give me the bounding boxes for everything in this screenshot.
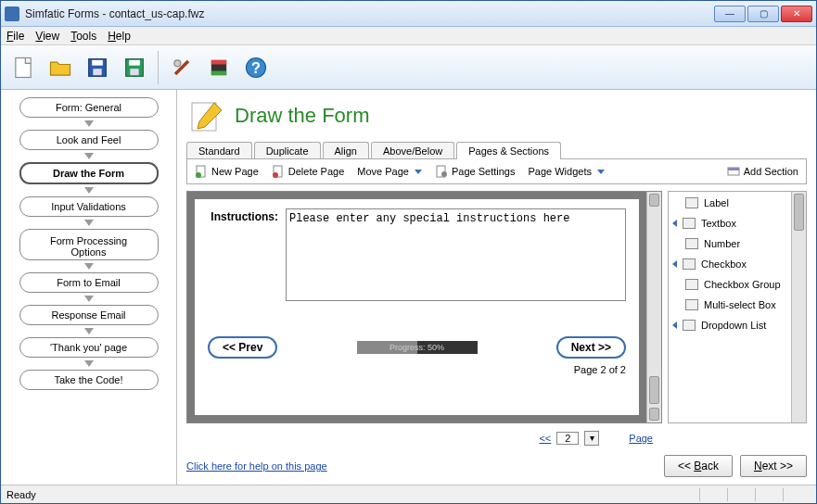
app-window: Simfatic Forms - contact_us-cap.fwz — ▢ … xyxy=(0,0,817,504)
menu-view[interactable]: View xyxy=(35,30,59,43)
pager-page-input[interactable] xyxy=(556,432,579,445)
window-title: Simfatic Forms - contact_us-cap.fwz xyxy=(25,7,714,20)
svg-point-17 xyxy=(273,172,278,178)
close-button[interactable]: ✕ xyxy=(781,6,812,22)
step-form-to-email[interactable]: Form to Email xyxy=(19,272,159,293)
number-icon xyxy=(685,238,698,249)
maximize-button[interactable]: ▢ xyxy=(747,6,779,22)
new-page-button[interactable]: New Page xyxy=(195,165,259,178)
svg-rect-9 xyxy=(211,59,226,64)
page-settings-button[interactable]: Page Settings xyxy=(435,165,516,178)
palette-label[interactable]: Label xyxy=(672,197,787,208)
svg-rect-5 xyxy=(129,59,140,65)
open-file-button[interactable] xyxy=(44,51,77,84)
pager-back-button[interactable]: << xyxy=(539,433,551,444)
form-canvas[interactable]: Instructions: << Prev Progress: 50% Next… xyxy=(186,191,662,423)
svg-rect-21 xyxy=(728,168,739,170)
tab-align[interactable]: Align xyxy=(323,142,369,159)
delete-page-button[interactable]: Delete Page xyxy=(272,165,345,178)
help-button[interactable]: ? xyxy=(239,51,273,84)
form-prev-button[interactable]: << Prev xyxy=(208,336,277,359)
arrow-icon xyxy=(84,328,94,334)
label-icon xyxy=(685,197,698,208)
chevron-down-icon xyxy=(415,170,422,174)
svg-rect-0 xyxy=(16,57,31,77)
palette-checkbox-group[interactable]: Checkbox Group xyxy=(672,279,787,290)
status-text: Ready xyxy=(6,489,36,500)
statusbar: Ready xyxy=(1,485,816,503)
form-next-button[interactable]: Next >> xyxy=(556,336,626,359)
step-response-email[interactable]: Response Email xyxy=(19,305,159,325)
step-thank-you-page[interactable]: 'Thank you' page xyxy=(19,337,159,358)
menu-tools[interactable]: Tools xyxy=(70,30,96,43)
arrow-icon xyxy=(84,263,94,270)
pager: << ▾ Page xyxy=(177,427,816,449)
wizard-next-button[interactable]: Next >> xyxy=(740,455,807,477)
instructions-label: Instructions: xyxy=(208,208,278,305)
titlebar: Simfatic Forms - contact_us-cap.fwz — ▢ … xyxy=(1,1,816,27)
page-title: Draw the Form xyxy=(235,104,369,128)
page-widgets-button[interactable]: Page Widgets xyxy=(528,166,604,177)
palette-multiselect[interactable]: Multi-select Box xyxy=(672,299,787,310)
step-form-processing-options[interactable]: Form Processing Options xyxy=(19,229,159,260)
pager-dropdown-button[interactable]: ▾ xyxy=(584,431,599,446)
dropdown-icon xyxy=(683,320,696,331)
help-link[interactable]: Click here for help on this page xyxy=(186,460,657,472)
svg-point-19 xyxy=(441,171,447,177)
step-look-and-feel[interactable]: Look and Feel xyxy=(19,130,159,150)
step-draw-the-form[interactable]: Draw the Form xyxy=(19,162,159,184)
tab-duplicate[interactable]: Duplicate xyxy=(254,142,321,159)
body: Form: General Look and Feel Draw the For… xyxy=(1,90,816,485)
tab-above-below[interactable]: Above/Below xyxy=(371,142,454,159)
step-take-the-code[interactable]: Take the Code! xyxy=(19,370,159,390)
chevron-left-icon xyxy=(672,220,677,227)
chevron-left-icon xyxy=(672,260,677,268)
palette-dropdown[interactable]: Dropdown List xyxy=(672,320,787,331)
canvas-area: Instructions: << Prev Progress: 50% Next… xyxy=(186,191,807,423)
svg-point-15 xyxy=(196,172,201,178)
palette-scrollbar[interactable] xyxy=(791,192,806,422)
tab-standard[interactable]: Standard xyxy=(186,142,252,159)
svg-rect-2 xyxy=(92,59,103,65)
multiselect-icon xyxy=(685,299,698,310)
action-button[interactable] xyxy=(202,51,236,84)
step-form-general[interactable]: Form: General xyxy=(19,97,159,118)
textbox-icon xyxy=(683,218,696,229)
new-file-button[interactable] xyxy=(6,51,40,84)
settings-button[interactable] xyxy=(165,51,198,84)
palette-textbox[interactable]: Textbox xyxy=(672,218,787,229)
palette-number[interactable]: Number xyxy=(672,238,787,249)
tab-pages-sections[interactable]: Pages & Sections xyxy=(456,142,561,159)
widget-palette: Label Textbox Number Checkbox Checkbox G… xyxy=(668,191,807,423)
arrow-icon xyxy=(84,120,94,127)
add-section-button[interactable]: Add Section xyxy=(727,165,798,178)
menubar: File View Tools Help xyxy=(1,27,816,45)
save-as-button[interactable] xyxy=(118,51,151,84)
page-indicator: Page 2 of 2 xyxy=(208,364,626,375)
palette-checkbox[interactable]: Checkbox xyxy=(672,258,787,270)
chevron-down-icon xyxy=(597,170,605,174)
minimize-button[interactable]: — xyxy=(714,6,746,22)
checkbox-group-icon xyxy=(685,279,698,290)
footer: Click here for help on this page << Back… xyxy=(177,449,816,485)
svg-rect-3 xyxy=(93,69,101,75)
chevron-left-icon xyxy=(672,321,677,329)
menu-file[interactable]: File xyxy=(6,30,24,43)
checkbox-icon xyxy=(683,258,696,270)
arrow-icon xyxy=(84,220,94,226)
instructions-textarea[interactable] xyxy=(286,208,626,301)
tabbar: Standard Duplicate Align Above/Below Pag… xyxy=(177,142,816,159)
draw-icon xyxy=(188,97,225,134)
move-page-button[interactable]: Move Page xyxy=(357,166,422,177)
toolbar: ? xyxy=(1,45,816,90)
wizard-back-button[interactable]: << Back xyxy=(664,455,733,477)
arrow-icon xyxy=(84,153,94,159)
canvas-scrollbar[interactable] xyxy=(646,192,661,422)
step-input-validations[interactable]: Input Validations xyxy=(19,196,159,217)
save-button[interactable] xyxy=(81,51,114,84)
pager-page-link[interactable]: Page xyxy=(629,433,653,444)
main-panel: Draw the Form Standard Duplicate Align A… xyxy=(177,90,816,485)
arrow-icon xyxy=(84,296,94,302)
menu-help[interactable]: Help xyxy=(108,30,131,43)
page-header: Draw the Form xyxy=(177,90,816,140)
